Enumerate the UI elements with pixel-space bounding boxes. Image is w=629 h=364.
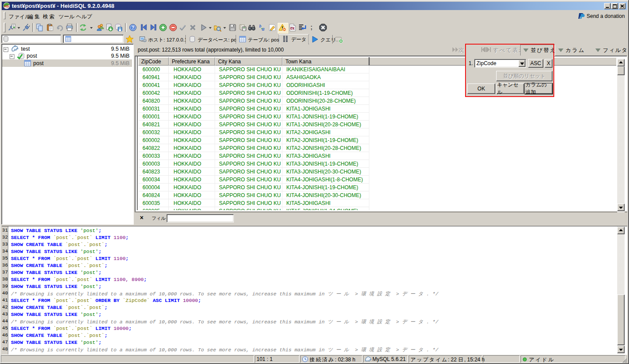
svg-text:0x: 0x bbox=[290, 26, 295, 31]
svg-text:b: b bbox=[259, 24, 261, 28]
svg-text:?: ? bbox=[132, 25, 134, 30]
svg-text:HS: HS bbox=[4, 4, 9, 8]
